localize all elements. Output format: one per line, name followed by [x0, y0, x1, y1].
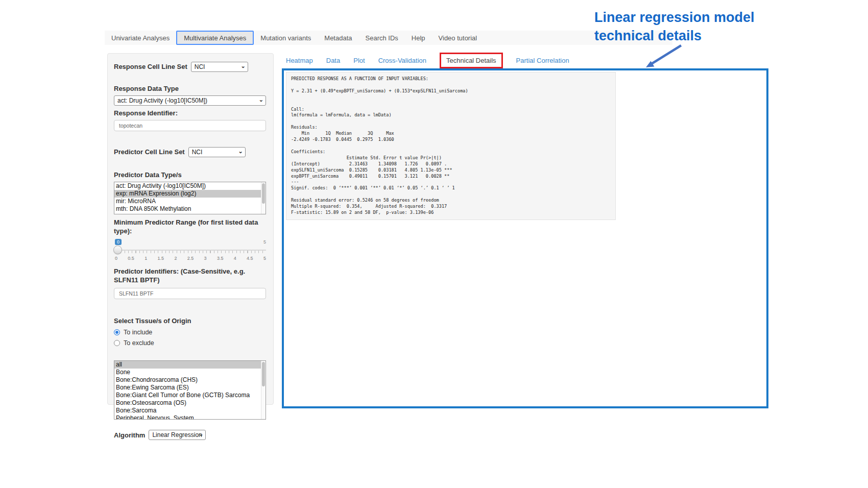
tissue-option-bone-chondrosarcoma-chs[interactable]: Bone:Chondrosarcoma (CHS) [114, 376, 266, 384]
chevron-down-icon: ⌄ [199, 431, 203, 437]
response-cell-line-set-value: NCI [195, 63, 205, 70]
technical-details-panel: PREDICTED RESPONSE AS A FUNCTION OF INPU… [282, 68, 768, 408]
predictor-cell-line-set-label: Predictor Cell Line Set [114, 148, 185, 157]
slider-track[interactable] [114, 250, 266, 251]
slider-tick-label: 3.5 [217, 256, 224, 261]
slider-tick-label: 3 [204, 256, 207, 261]
tissue-option-bone-ewing-sarcoma-es[interactable]: Bone:Ewing Sarcoma (ES) [114, 384, 266, 392]
slider-tick-label: 4 [234, 256, 236, 261]
tissue-option-all[interactable]: all [114, 361, 266, 369]
main-tab-partial-correlation[interactable]: Partial Correlation [516, 57, 569, 64]
radio-option-to-include[interactable]: To include [114, 329, 267, 336]
tissue-option-bone-giant-cell-tumor-of-bone-gctb-sarcoma[interactable]: Bone:Giant Cell Tumor of Bone (GCTB) Sar… [114, 392, 266, 399]
algorithm-label: Algorithm [114, 431, 145, 440]
slider-tick-label: 2.5 [187, 256, 194, 261]
main-tab-plot[interactable]: Plot [353, 57, 365, 64]
listbox-scrollbar[interactable] [261, 182, 266, 214]
predictor-option-act-drug-activity-log10-ic50m[interactable]: act: Drug Activity (-log10[IC50M]) [114, 182, 266, 190]
radio-icon [114, 340, 120, 346]
min-predictor-range-slider: 0 5 00.511.522.533.544.55 [114, 239, 266, 262]
radio-option-to-exclude[interactable]: To exclude [114, 339, 267, 347]
predictor-option-mth-dna-850k-methylation[interactable]: mth: DNA 850K Methylation [114, 205, 266, 213]
slider-tick-label: 5 [263, 256, 266, 261]
slider-tick-label: 1 [144, 256, 147, 261]
sidebar-panel: Response Cell Line Set NCI ⌄ Response Da… [107, 53, 274, 405]
annotation-arrow-icon [638, 43, 689, 71]
annotation-line2: technical details [594, 27, 819, 45]
nav-tab-mutation-variants[interactable]: Mutation variants [254, 31, 318, 45]
slider-tick-label: 1.5 [158, 256, 164, 261]
annotation-line1: Linear regression model [594, 8, 819, 27]
algorithm-value: Linear Regression [152, 431, 202, 438]
predictor-option-exp-mrna-expression-log2[interactable]: exp: mRNA Expression (log2) [114, 190, 266, 198]
nav-tab-univariate-analyses[interactable]: Univariate Analyses [105, 31, 176, 45]
chevron-down-icon: ⌄ [259, 96, 263, 103]
tissue-option-bone[interactable]: Bone [114, 369, 266, 376]
main-tab-technical-details[interactable]: Technical Details [440, 53, 503, 68]
slider-handle[interactable] [113, 246, 122, 254]
tissue-option-bone-osteosarcoma-os[interactable]: Bone:Osteosarcoma (OS) [114, 399, 266, 407]
radio-icon [114, 329, 120, 335]
predictor-data-types-listbox: act: Drug Activity (-log10[IC50M])exp: m… [114, 182, 266, 214]
predictor-option-mir-microrna[interactable]: mir: MicroRNA [114, 198, 266, 205]
response-data-type-select[interactable]: act: Drug Activity (-log10[IC50M]) ⌄ [114, 95, 266, 106]
response-data-type-label: Response Data Type [114, 84, 267, 93]
response-cell-line-set-label: Response Cell Line Set [114, 62, 187, 71]
predictor-data-types-label: Predictor Data Type/s [114, 170, 267, 180]
nav-tab-search-ids[interactable]: Search IDs [359, 31, 405, 45]
technical-output: PREDICTED RESPONSE AS A FUNCTION OF INPU… [286, 72, 616, 220]
nav-tab-metadata[interactable]: Metadata [318, 31, 358, 45]
predictor-cell-line-set-select[interactable]: NCI ⌄ [188, 147, 246, 157]
response-cell-line-set-select[interactable]: NCI ⌄ [191, 62, 248, 72]
slider-tick-label: 2 [174, 256, 177, 261]
slider-max-label: 5 [263, 239, 266, 245]
predictor-identifiers-label: Predictor Identifiers: (Case-Sensitive, … [114, 267, 267, 285]
min-predictor-range-label: Minimum Predictor Range (for first liste… [114, 218, 267, 236]
tissue-origin-label: Select Tissue/s of Origin [114, 316, 267, 326]
main-tab-data[interactable]: Data [326, 57, 340, 64]
nav-tab-help[interactable]: Help [405, 31, 432, 45]
response-identifier-input[interactable]: topotecan [114, 120, 266, 131]
predictor-cell-line-set-value: NCI [192, 149, 203, 156]
annotation-title: Linear regression model technical detail… [594, 8, 819, 45]
slider-value-badge: 0 [115, 239, 122, 245]
predictor-identifiers-input[interactable]: SLFN11 BPTF [114, 288, 266, 299]
main-tabs: HeatmapDataPlotCross-ValidationTechnical… [286, 52, 569, 69]
algorithm-select[interactable]: Linear Regression ⌄ [149, 430, 206, 440]
chevron-down-icon: ⌄ [238, 148, 243, 155]
slider-tick-label: 0.5 [128, 256, 134, 261]
tissue-option-peripheral-nervous-system[interactable]: Peripheral_Nervous_System [114, 414, 266, 420]
response-data-type-value: act: Drug Activity (-log10[IC50M]) [117, 97, 207, 104]
response-identifier-label: Response Identifier: [114, 109, 267, 118]
radio-label: To include [124, 329, 152, 336]
slider-tick-label: 4.5 [247, 256, 253, 261]
nav-tab-multivariate-analyses[interactable]: Multivariate Analyses [176, 31, 254, 45]
scrollbar-thumb[interactable] [262, 362, 265, 386]
main-tab-heatmap[interactable]: Heatmap [286, 57, 313, 64]
tissue-option-bone-sarcoma[interactable]: Bone:Sarcoma [114, 407, 266, 414]
slider-grid-ticks [117, 251, 265, 253]
chevron-down-icon: ⌄ [241, 63, 246, 69]
top-navbar: Univariate AnalysesMultivariate Analyses… [105, 31, 672, 45]
main-tab-cross-validation[interactable]: Cross-Validation [378, 57, 426, 64]
nav-tab-video-tutorial[interactable]: Video tutorial [432, 31, 484, 45]
slider-tick-label: 0 [115, 256, 117, 261]
scrollbar-thumb[interactable] [262, 183, 265, 204]
listbox-scrollbar[interactable] [261, 361, 266, 419]
tissue-listbox: allBoneBone:Chondrosarcoma (CHS)Bone:Ewi… [114, 360, 266, 420]
radio-label: To exclude [124, 339, 154, 347]
